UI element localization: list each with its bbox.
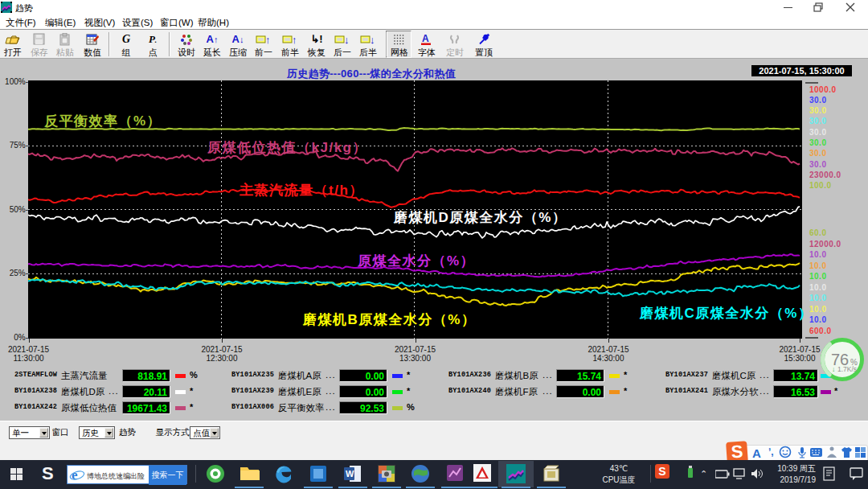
svg-text:A: A: [422, 33, 429, 44]
svg-text:1.7K/s: 1.7K/s: [837, 365, 857, 373]
svg-text:↑: ↑: [265, 34, 271, 46]
svg-text:↓: ↓: [344, 34, 350, 46]
svg-text:W: W: [346, 469, 354, 479]
svg-text:↓: ↓: [370, 34, 375, 46]
svg-text:↑: ↑: [292, 34, 297, 46]
svg-text:↓: ↓: [832, 365, 835, 373]
svg-text:e: e: [72, 467, 78, 483]
